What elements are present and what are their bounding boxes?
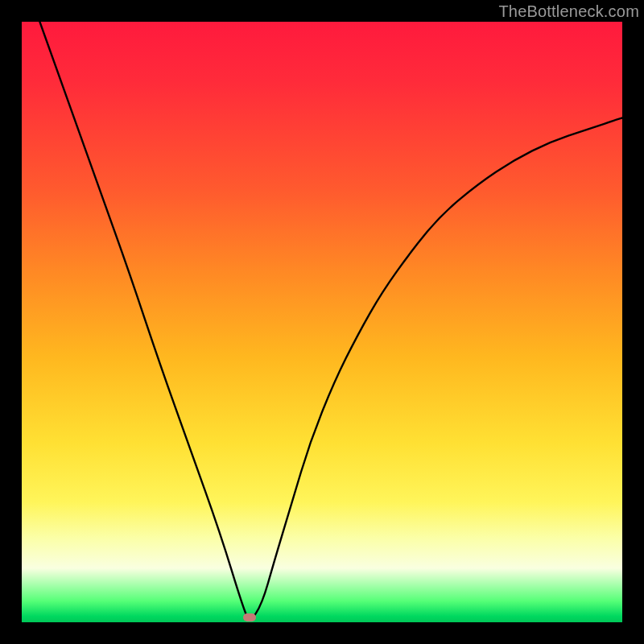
plot-area [22,22,622,622]
chart-frame: TheBottleneck.com [0,0,644,644]
optimum-marker [243,613,256,621]
curve-svg [22,22,622,622]
bottleneck-curve [39,22,622,619]
watermark-text: TheBottleneck.com [498,2,639,21]
